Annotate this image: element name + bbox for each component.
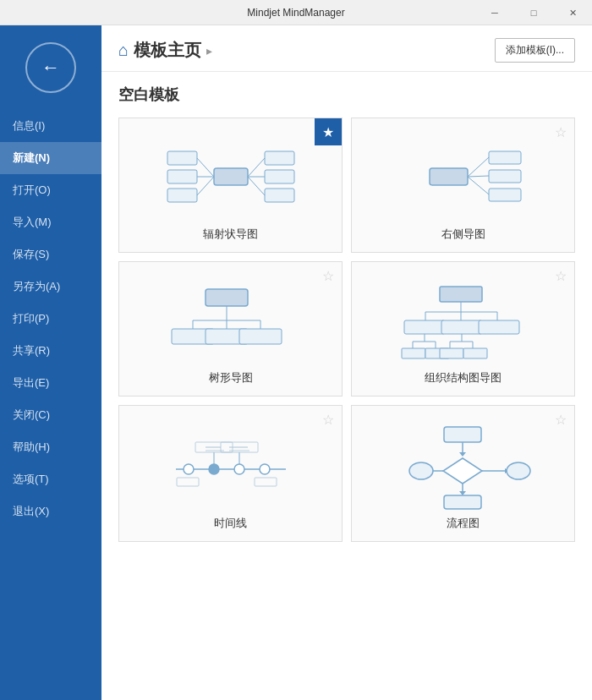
svg-rect-46 bbox=[402, 348, 425, 358]
star-icon-radial: ★ bbox=[315, 118, 342, 145]
template-card-org[interactable]: ☆ bbox=[351, 261, 575, 396]
sidebar-item-help[interactable]: 帮助(H) bbox=[0, 431, 101, 463]
svg-line-18 bbox=[468, 176, 489, 177]
svg-point-54 bbox=[260, 464, 270, 474]
svg-rect-28 bbox=[239, 329, 282, 344]
svg-rect-1 bbox=[167, 151, 197, 165]
template-preview-radial bbox=[128, 135, 333, 218]
sidebar-item-export[interactable]: 导出(E) bbox=[0, 367, 101, 399]
svg-rect-15 bbox=[489, 170, 521, 183]
template-preview-tree bbox=[128, 279, 333, 362]
template-name-org: 组织结构图导图 bbox=[425, 370, 502, 386]
svg-point-71 bbox=[507, 462, 530, 479]
svg-rect-37 bbox=[479, 320, 519, 334]
template-name-radial: 辐射状导图 bbox=[203, 227, 258, 242]
content-area: ⌂ 模板主页 ▸ 添加模板(I)... 空白模板 ★ bbox=[101, 25, 592, 700]
breadcrumb: ⌂ 模板主页 ▸ bbox=[118, 39, 212, 62]
template-name-timeline: 时间线 bbox=[214, 516, 247, 531]
sidebar-item-close[interactable]: 关闭(C) bbox=[0, 399, 101, 431]
sidebar-item-info[interactable]: 信息(I) bbox=[0, 110, 101, 142]
svg-line-12 bbox=[248, 177, 265, 195]
back-button[interactable]: ← bbox=[25, 42, 76, 93]
sidebar: ← 信息(I) 新建(N) 打开(O) 导入(M) 保存(S) 另存为(A) 打… bbox=[0, 25, 101, 700]
template-preview-right bbox=[360, 135, 566, 218]
template-name-right: 右侧导图 bbox=[441, 227, 485, 242]
maximize-button[interactable]: □ bbox=[514, 0, 553, 25]
minimize-button[interactable]: ─ bbox=[475, 0, 514, 25]
close-button[interactable]: ✕ bbox=[553, 0, 592, 25]
svg-rect-63 bbox=[177, 478, 199, 486]
app-title: Mindjet MindManager bbox=[247, 7, 344, 19]
star-icon-tree: ☆ bbox=[315, 262, 342, 289]
sidebar-item-exit[interactable]: 退出(X) bbox=[0, 495, 101, 528]
sidebar-item-saveas[interactable]: 另存为(A) bbox=[0, 271, 101, 303]
sidebar-item-share[interactable]: 共享(R) bbox=[0, 335, 101, 367]
template-card-right[interactable]: ☆ bbox=[351, 118, 575, 253]
star-icon-timeline: ☆ bbox=[315, 406, 342, 433]
breadcrumb-arrow: ▸ bbox=[206, 44, 212, 57]
content-body: 空白模板 ★ bbox=[101, 72, 592, 700]
app-body: ← 信息(I) 新建(N) 打开(O) 导入(M) 保存(S) 另存为(A) 打… bbox=[0, 25, 592, 700]
template-name-tree: 树形导图 bbox=[209, 370, 253, 386]
template-card-flowchart[interactable]: ☆ bbox=[351, 405, 575, 542]
sidebar-menu: 信息(I) 新建(N) 打开(O) 导入(M) 保存(S) 另存为(A) 打印(… bbox=[0, 110, 101, 700]
svg-rect-5 bbox=[265, 170, 294, 183]
star-icon-org: ☆ bbox=[547, 262, 574, 289]
svg-rect-14 bbox=[489, 151, 521, 164]
sidebar-item-save[interactable]: 保存(S) bbox=[0, 238, 101, 271]
sidebar-item-import[interactable]: 导入(M) bbox=[0, 206, 101, 238]
sidebar-item-new[interactable]: 新建(N) bbox=[0, 142, 101, 174]
svg-rect-29 bbox=[440, 287, 482, 302]
sidebar-item-options[interactable]: 选项(T) bbox=[0, 463, 101, 495]
add-template-button[interactable]: 添加模板(I)... bbox=[495, 38, 575, 63]
svg-rect-2 bbox=[167, 170, 197, 183]
svg-rect-16 bbox=[489, 189, 521, 201]
svg-rect-48 bbox=[440, 348, 463, 358]
svg-line-19 bbox=[468, 177, 489, 194]
svg-rect-36 bbox=[441, 320, 482, 334]
svg-line-9 bbox=[197, 177, 214, 195]
svg-rect-35 bbox=[404, 320, 445, 334]
sidebar-item-open[interactable]: 打开(O) bbox=[0, 174, 101, 206]
svg-rect-74 bbox=[444, 495, 481, 509]
svg-rect-20 bbox=[206, 289, 248, 306]
title-bar: Mindjet MindManager ─ □ ✕ bbox=[0, 0, 592, 25]
svg-rect-4 bbox=[265, 151, 294, 165]
svg-rect-64 bbox=[255, 478, 277, 486]
svg-rect-3 bbox=[167, 189, 197, 202]
template-preview-flowchart bbox=[360, 423, 566, 507]
star-icon-right: ☆ bbox=[547, 118, 574, 145]
svg-point-53 bbox=[234, 464, 244, 474]
template-card-timeline[interactable]: ☆ bbox=[118, 405, 343, 542]
section-title: 空白模板 bbox=[118, 85, 575, 105]
sidebar-item-print[interactable]: 打印(P) bbox=[0, 303, 101, 335]
svg-point-52 bbox=[209, 464, 219, 474]
svg-line-7 bbox=[197, 158, 214, 177]
template-card-tree[interactable]: ☆ bbox=[118, 261, 343, 396]
svg-point-51 bbox=[184, 464, 194, 474]
breadcrumb-title: 模板主页 bbox=[134, 39, 201, 62]
template-grid: ★ bbox=[118, 118, 575, 542]
svg-rect-49 bbox=[463, 348, 487, 358]
svg-rect-65 bbox=[444, 427, 481, 442]
svg-rect-6 bbox=[265, 189, 294, 202]
star-icon-flowchart: ☆ bbox=[547, 406, 574, 433]
template-card-radial[interactable]: ★ bbox=[118, 118, 343, 253]
window-controls: ─ □ ✕ bbox=[475, 0, 592, 25]
home-icon: ⌂ bbox=[118, 41, 129, 60]
svg-rect-0 bbox=[214, 168, 248, 185]
content-header: ⌂ 模板主页 ▸ 添加模板(I)... bbox=[101, 25, 592, 72]
svg-line-17 bbox=[468, 157, 489, 177]
svg-marker-68 bbox=[443, 458, 482, 484]
template-preview-org bbox=[360, 279, 566, 362]
template-name-flowchart: 流程图 bbox=[447, 516, 480, 531]
svg-point-75 bbox=[409, 462, 433, 479]
svg-marker-67 bbox=[459, 452, 466, 457]
template-preview-timeline bbox=[128, 423, 333, 507]
svg-line-10 bbox=[248, 158, 265, 177]
svg-rect-13 bbox=[430, 168, 468, 185]
